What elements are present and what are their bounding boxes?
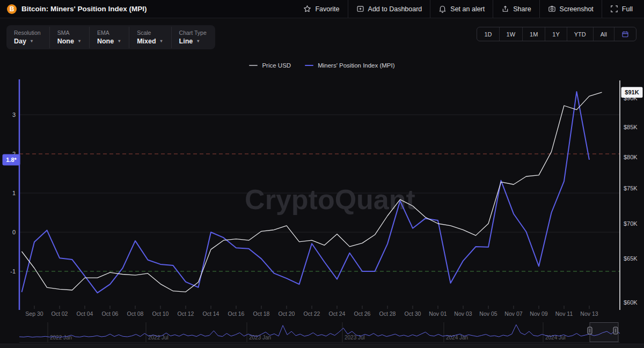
x-axis-label: Nov 11 [555, 310, 573, 317]
navigator-year-label: 2024 Jan [446, 335, 468, 340]
range-1y[interactable]: 1Y [545, 27, 566, 41]
action-label: Screenshot [560, 5, 594, 13]
action-share[interactable]: Share [493, 0, 539, 18]
legend-item-miners-position-index-mpi[interactable]: Miners' Position Index (MPI) [305, 62, 394, 69]
range-1m[interactable]: 1M [522, 27, 545, 41]
horizontal-scrollbar[interactable] [0, 344, 644, 348]
x-axis-label: Nov 01 [429, 310, 447, 317]
dropdown-value-text: Line [179, 38, 193, 45]
price-last-value-text: $91K [625, 89, 639, 95]
chevron-down-icon: ▾ [197, 39, 199, 43]
navigator-year-label: 2022 Jan [50, 335, 72, 340]
x-axis-label: Oct 24 [329, 310, 346, 317]
chart-legend: Price USDMiners' Position Index (MPI) [0, 62, 644, 69]
x-axis-label: Oct 06 [102, 310, 119, 317]
x-axis-label: Oct 02 [52, 310, 68, 317]
range-1d[interactable]: 1D [477, 27, 499, 41]
x-axis-label: Oct 10 [152, 310, 169, 317]
x-axis-label: Nov 13 [580, 310, 598, 317]
dropdown-value-text: None [97, 38, 114, 45]
right-axis-label: $60K [624, 299, 638, 306]
left-axis-label: 0 [12, 229, 16, 235]
action-label: Add to Dashboard [368, 5, 422, 13]
dropdown-scale[interactable]: ScaleMixed▾ [129, 27, 171, 48]
action-label: Set an alert [450, 5, 485, 13]
top-bar: B Bitcoin: Miners' Position Index (MPI) … [0, 0, 644, 18]
action-full[interactable]: Full [602, 0, 641, 18]
dropdown-label: Chart Type [179, 29, 207, 36]
dropdown-resolution[interactable]: ResolutionDay▾ [6, 27, 49, 48]
fullscreen-icon [610, 5, 618, 13]
x-axis-label: Oct 22 [304, 310, 320, 317]
main-chart[interactable]: CryptoQuantSep 30Oct 02Oct 04Oct 06Oct 0… [0, 75, 644, 322]
dropdown-label: EMA [97, 29, 120, 36]
left-axis-label: 1 [12, 190, 16, 196]
x-axis-label: Oct 16 [228, 310, 245, 317]
dropdown-value-text: Mixed [137, 38, 156, 45]
chevron-down-icon: ▾ [31, 39, 33, 43]
dropdown-value: Day▾ [14, 38, 41, 45]
x-axis-label: Nov 03 [454, 310, 472, 317]
top-actions: FavoriteAdd to DashboardSet an alertShar… [295, 0, 644, 18]
dropdown-label: SMA [57, 29, 80, 36]
x-axis-label: Nov 07 [504, 310, 522, 317]
action-add-to-dashboard[interactable]: Add to Dashboard [348, 0, 430, 18]
chevron-down-icon: ▾ [78, 39, 80, 43]
calendar-icon [621, 31, 629, 38]
navigator-sparkline [19, 325, 620, 338]
dropdown-chart-type[interactable]: Chart TypeLine▾ [171, 27, 215, 48]
x-axis-label: Nov 09 [530, 310, 547, 317]
chart-region: Price USDMiners' Position Index (MPI) Cr… [0, 49, 644, 348]
action-screenshot[interactable]: Screenshot [539, 0, 602, 18]
indicator-toolbar: ResolutionDay▾SMANone▾EMANone▾ScaleMixed… [6, 25, 215, 49]
right-axis-label: $65K [624, 255, 638, 262]
right-axis-label: $70K [624, 220, 638, 227]
dropdown-sma[interactable]: SMANone▾ [49, 27, 89, 48]
x-axis-label: Oct 28 [379, 310, 396, 317]
right-axis-label: $75K [624, 185, 638, 191]
bell-icon [438, 5, 447, 13]
dropdown-value: Line▾ [179, 38, 207, 45]
x-axis-label: Oct 20 [279, 310, 295, 317]
chevron-down-icon: ▾ [118, 39, 120, 43]
range-ytd[interactable]: YTD [567, 27, 593, 41]
dropdown-value-text: None [57, 38, 74, 45]
action-label: Favorite [315, 5, 339, 13]
x-axis-label: Nov 05 [479, 310, 497, 317]
range-calendar-button[interactable] [614, 27, 636, 41]
legend-swatch [249, 65, 258, 66]
star-icon [303, 5, 311, 13]
dropdown-value: Mixed▾ [137, 38, 162, 45]
range-selector: 1D1W1M1YYTDAll [477, 27, 636, 41]
dashboard-icon [356, 5, 364, 13]
legend-swatch [305, 65, 313, 66]
dropdown-ema[interactable]: EMANone▾ [89, 27, 129, 48]
right-axis-label: $85K [624, 124, 638, 130]
right-axis-label: $80K [624, 154, 638, 160]
action-label: Share [513, 5, 531, 13]
chart-toolbar: ResolutionDay▾SMANone▾EMANone▾ScaleMixed… [0, 18, 644, 49]
x-axis-label: Oct 04 [77, 310, 93, 317]
range-all[interactable]: All [593, 27, 614, 41]
legend-label: Miners' Position Index (MPI) [318, 62, 394, 69]
dropdown-value: None▾ [57, 38, 80, 45]
share-icon [501, 5, 509, 13]
bitcoin-icon: B [7, 4, 17, 14]
x-axis-label: Oct 26 [354, 310, 371, 317]
action-favorite[interactable]: Favorite [295, 0, 347, 18]
app-title-group: B Bitcoin: Miners' Position Index (MPI) [0, 4, 147, 14]
legend-label: Price USD [262, 62, 291, 69]
range-1w[interactable]: 1W [499, 27, 523, 41]
watermark: CryptoQuant [245, 184, 415, 215]
x-axis-label: Oct 14 [203, 310, 219, 317]
chevron-down-icon: ▾ [160, 39, 163, 43]
x-axis-label: Oct 12 [178, 310, 194, 317]
left-axis-label: 3 [12, 112, 16, 118]
action-set-an-alert[interactable]: Set an alert [430, 0, 493, 18]
legend-item-price-usd[interactable]: Price USD [249, 62, 291, 69]
x-axis-label: Oct 18 [253, 310, 270, 317]
x-axis-label: Oct 08 [127, 310, 144, 317]
camera-icon [548, 5, 556, 13]
dropdown-label: Scale [137, 29, 162, 36]
dropdown-value-text: Day [14, 38, 26, 45]
